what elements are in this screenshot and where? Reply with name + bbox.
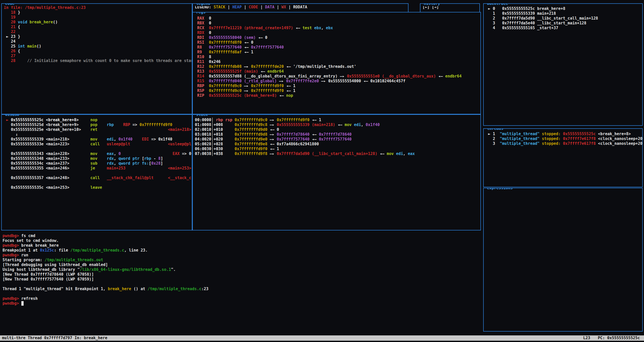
text-line: pwndbg> fs cmd xyxy=(3,234,480,238)
text-line: 3 0x7ffff7da5e40 __libc_start_main+128 xyxy=(486,21,642,26)
text-line: 22 xyxy=(4,29,192,34)
text-line: pwndbg> refresh xyxy=(3,296,480,301)
text-line xyxy=(3,291,480,296)
legend-content: LEGEND: STACK | HEAP | CODE | DATA | WX … xyxy=(193,4,408,12)
text-line: 05:0028│+028 0x7fffffffd9e8 ◂— 0xf7a4866… xyxy=(195,142,480,147)
text-line: [New Thread 0x7ffff7d78640 (LWP 67058)] xyxy=(3,272,480,277)
text-line: 0x555555555357 <main+248> call __stack_c… xyxy=(4,176,192,180)
text-line: 0x555555555343 <main+228> mov eax, 0EAX … xyxy=(4,151,192,156)
text-line: 24 xyxy=(4,39,192,44)
text-line: 2 0x7ffff7da5d90 __libc_start_call_main+… xyxy=(486,16,642,21)
text-line: 03:0018│+018 0x7fffffffd9d8 —▸ 0x7ffff7d… xyxy=(195,132,480,137)
text-line: ► 0x55555555525c <break_here+8> nop xyxy=(4,118,192,122)
text-line: 0x55555555534c <main+237> sub rdx, qword… xyxy=(4,161,192,166)
expressions-panel-title: expressions xyxy=(486,188,513,191)
text-line: 00:0000│ rbp rsp 0x7fffffffd9c0 —▸ 0x7ff… xyxy=(195,118,480,122)
text-line: 27 xyxy=(4,54,192,58)
history-panel-title: history xyxy=(423,3,441,6)
text-line: 20 void break_here() xyxy=(4,20,192,25)
threads-list: ► 1 "multiple_thread" stopped: 0x5555555… xyxy=(484,129,642,187)
text-line: Focus set to cmd window. xyxy=(3,238,480,243)
text-line: 06:0030│+030 0x7fffffffd9f0 ◂— 1 xyxy=(195,147,480,151)
registers-list: RAX 0 RBX 0 RCX 0x7ffff7e11219 (pthread_… xyxy=(193,12,480,114)
status-location-info: L23PC: 0x55555555525c xyxy=(576,335,640,341)
text-line: pwndbg> xyxy=(3,301,480,306)
status-line-number: L23 xyxy=(583,336,590,340)
text-line: Using host libthread_db library "/lib/x8… xyxy=(3,267,480,272)
registers-panel-title: regs xyxy=(195,12,206,15)
text-line: 04:0020│+020 0x7fffffffd9e0 —▸ 0x7ffff75… xyxy=(195,137,480,142)
text-line: 21 { xyxy=(4,25,192,29)
text-line: 0x555555555355 <main+246> je main+253<ma… xyxy=(4,166,192,171)
text-line: 26 { xyxy=(4,49,192,54)
legend-panel-title: legend xyxy=(195,3,211,6)
text-line: 1 0x555555555339 main+218 xyxy=(486,11,642,16)
text-line: RDX 0 xyxy=(195,30,480,35)
text-line: Starting program: /tmp/multiple_threads.… xyxy=(3,258,480,262)
text-line: 3 "multiple_thread" stopped: 0x7ffff7e61… xyxy=(486,141,642,146)
text-line: R8 0x7ffff7577640 ◂— 0x7ffff7577640 xyxy=(195,45,480,50)
expressions-panel: expressions xyxy=(483,188,643,332)
expressions-content xyxy=(484,188,642,331)
text-line: ↓ xyxy=(4,132,192,137)
disassembly-listing: ► 0x55555555525c <break_here+8> nop 0x55… xyxy=(2,115,192,230)
text-line: RIP 0x55555555525c (break_here+8) ◂— nop xyxy=(195,93,480,98)
text-line: 0x55555555525e <break_here+10> ret<main+… xyxy=(4,127,192,132)
text-line: 19 xyxy=(4,15,192,20)
disassembly-panel: disasm ► 0x55555555525c <break_here+8> n… xyxy=(1,114,192,230)
text-line: RDI 0x555555558040 (sem) ◂— 0 xyxy=(195,35,480,40)
code-panel: code In file: /tmp/multiple_threads.c:23… xyxy=(1,3,192,114)
text-line: R9 0x7fffffffd8af ◂— 1 xyxy=(195,50,480,55)
backtrace-list: ► 0 0x55555555525c break_here+8 1 0x5555… xyxy=(484,4,642,125)
text-line: 07:0038│+038 0x7fffffffd9f8 —▸ 0x7ffff7d… xyxy=(195,151,480,156)
text-line: 25 int main() xyxy=(4,44,192,49)
text-line: LEGEND: STACK | HEAP | CODE | DATA | WX … xyxy=(195,5,408,10)
stack-panel-title: stack xyxy=(195,114,209,117)
text-line xyxy=(4,180,192,185)
text-line: [Thread debugging using libthread_db ena… xyxy=(3,262,480,267)
text-line: ► 23 } xyxy=(4,34,192,39)
registers-panel: regs RAX 0 RBX 0 RCX 0x7ffff7e11219 (pth… xyxy=(192,12,481,114)
text-line: RBP 0x7fffffffd9c0 —▸ 0x7fffffffd9f0 ◂— … xyxy=(195,84,480,88)
status-pc-value: PC: 0x55555555525c xyxy=(598,336,640,340)
text-line: 01:0008│+008 0x7fffffffd9c8 —▸ 0x5555555… xyxy=(195,122,480,127)
stack-listing: 00:0000│ rbp rsp 0x7fffffffd9c0 —▸ 0x7ff… xyxy=(193,115,480,230)
status-thread-info: multi-thre Thread 0x7ffff7d797 In: break… xyxy=(2,335,107,341)
code-panel-title: code xyxy=(4,3,15,6)
text-line: RBX 0 xyxy=(195,21,480,26)
text-line: 4 0x555555555165 _start+37 xyxy=(486,26,642,30)
text-line: RSP 0x7fffffffd9c0 —▸ 0x7fffffffd9f0 ◂— … xyxy=(195,88,480,93)
text-line: 0x555555555348 <main+233> mov rdx, qword… xyxy=(4,156,192,161)
text-line: 0x55555555533e <main+223> call usleep@pl… xyxy=(4,142,192,147)
threads-panel: threads ► 1 "multiple_thread" stopped: 0… xyxy=(483,128,643,187)
pwndbg-debugger-screen: code In file: /tmp/multiple_threads.c:23… xyxy=(0,0,644,342)
disassembly-panel-title: disasm xyxy=(4,114,20,117)
text-line: In file: /tmp/multiple_threads.c:23 xyxy=(4,5,192,10)
backtrace-panel-title: backtrace xyxy=(486,3,509,6)
status-bar: multi-thre Thread 0x7ffff7d797 In: break… xyxy=(0,335,644,341)
text-line: R13 0x55555555525f (main) ◂— endbr64 xyxy=(195,69,480,74)
gdb-command-terminal[interactable]: pwndbg> fs cmdFocus set to cmd window.pw… xyxy=(3,234,480,306)
text-line: RAX 0 xyxy=(195,16,480,21)
text-line xyxy=(4,171,192,176)
text-line: R10 8 xyxy=(195,55,480,59)
text-line: ► 1 "multiple_thread" stopped: 0x5555555… xyxy=(486,132,642,136)
text-line: R12 0x7fffffffdb08 —▸ 0x7fffffffde20 ◂— … xyxy=(195,64,480,69)
text-line: RCX 0x7ffff7e11219 (pthread_create+1497)… xyxy=(195,26,480,30)
text-line: 2 "multiple_thread" stopped: 0x7ffff7e61… xyxy=(486,136,642,141)
backtrace-panel: backtrace ► 0 0x55555555525c break_here+… xyxy=(483,3,643,126)
text-line: R15 0x7ffff7ffd040 (_rtld_global) —▸ 0x7… xyxy=(195,79,480,84)
text-line: 18 } xyxy=(4,10,192,15)
text-line: ► 0 0x55555555525c break_here+8 xyxy=(486,6,642,11)
code-source-listing: In file: /tmp/multiple_threads.c:23 18 }… xyxy=(2,4,192,114)
stack-panel: stack 00:0000│ rbp rsp 0x7fffffffd9c0 —▸… xyxy=(192,114,481,230)
text-line: Breakpoint 1 at 0x125c: file /tmp/multip… xyxy=(3,248,480,253)
text-line: 0x555555555339 <main+218> mov edi, 0x1f4… xyxy=(4,137,192,142)
text-line: 0x55555555535c <main+253> leave xyxy=(4,185,192,190)
text-line: pwndbg> break break_here xyxy=(3,243,480,248)
text-line: RSI 0x7fffffffd8f0 ◂— 0 xyxy=(195,40,480,45)
text-line: pwndbg> run xyxy=(3,253,480,258)
text-line xyxy=(3,282,480,287)
text-line: [New Thread 0x7ffff7577640 (LWP 67059)] xyxy=(3,277,480,282)
text-line: 02:0010│+010 0x7fffffffd9d0 ◂— 0 xyxy=(195,127,480,132)
